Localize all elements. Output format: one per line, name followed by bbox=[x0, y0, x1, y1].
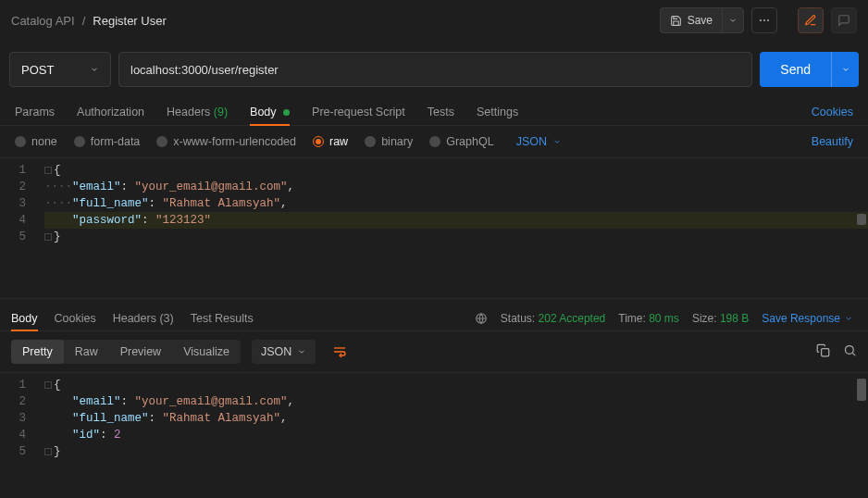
chevron-down-icon bbox=[844, 314, 853, 323]
scrollbar-handle[interactable] bbox=[857, 379, 866, 401]
more-button[interactable] bbox=[751, 7, 777, 33]
beautify-link[interactable]: Beautify bbox=[812, 135, 853, 148]
response-tab-headers-count: (3) bbox=[159, 312, 173, 325]
editor-line[interactable]: 5} bbox=[0, 443, 868, 460]
save-dropdown-button[interactable] bbox=[722, 7, 744, 33]
body-type-urlencoded[interactable]: x-www-form-urlencoded bbox=[156, 135, 296, 148]
fold-icon[interactable] bbox=[44, 167, 52, 174]
pencil-icon bbox=[804, 14, 817, 27]
response-language-value: JSON bbox=[261, 345, 291, 358]
body-type-graphql[interactable]: GraphQL bbox=[429, 135, 493, 148]
response-tab-headers-label: Headers bbox=[113, 312, 156, 325]
radio-icon bbox=[74, 136, 85, 147]
unsaved-indicator-icon bbox=[283, 109, 290, 116]
editor-line[interactable]: 3 "full_name": "Rahmat Alamsyah", bbox=[0, 410, 868, 427]
response-body-viewer[interactable]: 1{2 "email": "your_email@gmail.com",3 "f… bbox=[0, 372, 868, 472]
editor-line[interactable]: 1{ bbox=[0, 162, 868, 179]
body-language-value: JSON bbox=[516, 135, 547, 148]
tab-params[interactable]: Params bbox=[15, 100, 55, 124]
breadcrumb-sep: / bbox=[82, 14, 86, 28]
copy-icon bbox=[816, 343, 830, 357]
response-view-pretty[interactable]: Pretty bbox=[11, 340, 64, 364]
svg-point-1 bbox=[763, 19, 765, 21]
response-tab-body[interactable]: Body bbox=[11, 306, 38, 330]
globe-icon[interactable] bbox=[475, 312, 488, 325]
body-type-none[interactable]: none bbox=[15, 135, 57, 148]
save-response-button[interactable]: Save Response bbox=[762, 312, 853, 325]
chevron-down-icon bbox=[728, 16, 738, 25]
radio-icon bbox=[429, 136, 440, 147]
body-language-select[interactable]: JSON bbox=[516, 135, 562, 148]
line-number: 5 bbox=[0, 229, 44, 245]
toggle-wrap-button[interactable] bbox=[327, 339, 353, 365]
response-view-visualize[interactable]: Visualize bbox=[172, 340, 241, 364]
svg-point-0 bbox=[760, 19, 762, 21]
size-label: Size: bbox=[692, 312, 717, 325]
radio-icon bbox=[15, 136, 26, 147]
comment-button[interactable] bbox=[831, 7, 857, 33]
editor-line[interactable]: 4 "id": 2 bbox=[0, 427, 868, 443]
svg-line-7 bbox=[852, 353, 855, 355]
tab-headers[interactable]: Headers (9) bbox=[167, 100, 228, 124]
editor-line[interactable]: 2····"email": "your_email@gmail.com", bbox=[0, 179, 868, 195]
editor-line[interactable]: 3····"full_name": "Rahmat Alamsyah", bbox=[0, 195, 868, 212]
editor-line[interactable]: 1{ bbox=[0, 377, 868, 393]
request-url-value: localhost:3000/user/register bbox=[130, 63, 279, 77]
line-number: 3 bbox=[0, 410, 44, 427]
save-button[interactable]: Save bbox=[660, 7, 722, 33]
tab-body[interactable]: Body bbox=[250, 100, 290, 124]
fold-icon[interactable] bbox=[44, 381, 52, 389]
breadcrumb-current: Register User bbox=[93, 14, 166, 28]
radio-icon bbox=[313, 136, 324, 147]
svg-point-6 bbox=[846, 346, 854, 355]
line-number: 2 bbox=[0, 393, 44, 410]
tab-headers-count: (9) bbox=[214, 106, 228, 118]
body-type-form-data[interactable]: form-data bbox=[74, 135, 141, 148]
response-view-raw[interactable]: Raw bbox=[64, 340, 109, 364]
fold-icon[interactable] bbox=[44, 233, 52, 241]
response-tab-headers[interactable]: Headers (3) bbox=[113, 306, 174, 330]
tab-tests[interactable]: Tests bbox=[428, 100, 454, 124]
breadcrumb-parent[interactable]: Catalog API bbox=[11, 14, 75, 28]
request-url-input[interactable]: localhost:3000/user/register bbox=[118, 52, 752, 87]
copy-response-button[interactable] bbox=[816, 343, 830, 360]
line-number: 4 bbox=[0, 427, 44, 443]
wrap-icon bbox=[332, 344, 347, 359]
tab-body-label: Body bbox=[250, 106, 277, 118]
radio-icon bbox=[365, 136, 376, 147]
line-number: 2 bbox=[0, 179, 44, 195]
editor-line[interactable]: 4 "password": "123123" bbox=[0, 212, 868, 229]
cookies-link[interactable]: Cookies bbox=[812, 106, 853, 118]
edit-button[interactable] bbox=[798, 7, 824, 33]
editor-line[interactable]: 5} bbox=[0, 229, 868, 245]
request-body-editor[interactable]: 1{2····"email": "your_email@gmail.com",3… bbox=[0, 158, 868, 299]
search-response-button[interactable] bbox=[843, 343, 857, 360]
status-text: Accepted bbox=[559, 312, 605, 325]
editor-line[interactable]: 2 "email": "your_email@gmail.com", bbox=[0, 393, 868, 410]
http-method-select[interactable]: POST bbox=[9, 52, 111, 87]
fold-icon[interactable] bbox=[44, 448, 52, 455]
chevron-down-icon bbox=[90, 65, 99, 74]
response-tab-test-results[interactable]: Test Results bbox=[191, 306, 254, 330]
send-dropdown-button[interactable] bbox=[831, 52, 859, 87]
chevron-down-icon bbox=[841, 65, 850, 74]
body-type-binary[interactable]: binary bbox=[365, 135, 413, 148]
tab-authorization[interactable]: Authorization bbox=[77, 100, 144, 124]
time-value: 80 ms bbox=[649, 312, 679, 325]
tab-headers-label: Headers bbox=[167, 106, 210, 118]
scrollbar-handle[interactable] bbox=[857, 214, 866, 225]
svg-point-2 bbox=[767, 19, 769, 21]
body-type-raw[interactable]: raw bbox=[313, 135, 348, 148]
size-value: 198 B bbox=[720, 312, 749, 325]
chevron-down-icon bbox=[552, 137, 562, 146]
chevron-down-icon bbox=[297, 347, 306, 356]
response-language-select[interactable]: JSON bbox=[252, 340, 316, 364]
response-view-preview[interactable]: Preview bbox=[109, 340, 172, 364]
response-tab-cookies[interactable]: Cookies bbox=[55, 306, 96, 330]
breadcrumb: Catalog API / Register User bbox=[11, 14, 167, 28]
status-code: 202 bbox=[539, 312, 557, 325]
send-button[interactable]: Send bbox=[760, 52, 831, 87]
more-icon bbox=[758, 14, 771, 27]
tab-pre-request-script[interactable]: Pre-request Script bbox=[312, 100, 405, 124]
tab-settings[interactable]: Settings bbox=[477, 100, 518, 124]
